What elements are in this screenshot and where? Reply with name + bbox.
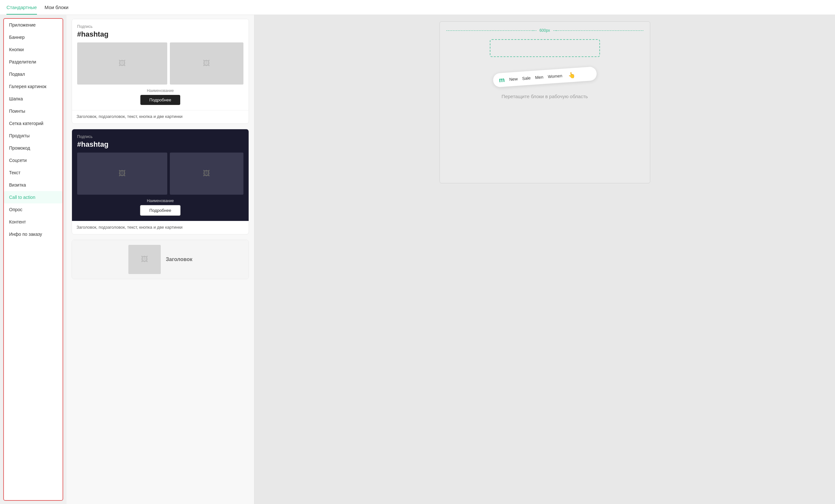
block-desc-1: Заголовок, подзаголовок, текст, кнопка и… <box>72 110 249 123</box>
cursor-icon: 👆 <box>568 71 575 79</box>
sidebar-item-application[interactable]: Приложение <box>4 19 63 31</box>
image-placeholder-icon-1: 🖼 <box>119 59 126 68</box>
block-card-3[interactable]: 🖼 Заголовок <box>72 240 249 279</box>
sidebar-item-categories[interactable]: Сетка категорий <box>4 117 63 130</box>
top-tabs-bar: Стандартные Мои блоки <box>0 0 835 15</box>
image-placeholder-icon-5: 🖼 <box>141 255 148 264</box>
block-preview-2: Подпись #hashtag 🖼 🖼 Наименование <box>72 129 249 221</box>
sidebar-item-gallery[interactable]: Галерея картинок <box>4 80 63 93</box>
drop-zone[interactable] <box>490 39 600 57</box>
sidebar-item-banner[interactable]: Баннер <box>4 31 63 43</box>
sidebar-item-card[interactable]: Визитка <box>4 179 63 191</box>
preview-img-big-1: 🖼 <box>77 42 167 85</box>
preview-subtitle-1: Подпись <box>77 24 243 29</box>
preview-img-small-1: 🖼 <box>170 42 243 85</box>
block-card-1[interactable]: Подпись #hashtag 🖼 🖼 Наименование <box>72 19 249 124</box>
preview-img-small-2: 🖼 <box>170 152 243 195</box>
main-layout: Приложение Баннер Кнопки Разделители Под… <box>0 15 835 504</box>
center-panel: Подпись #hashtag 🖼 🖼 Наименование <box>66 15 254 504</box>
sidebar-item-buttons[interactable]: Кнопки <box>4 43 63 56</box>
preview-name-2: Наименование <box>77 198 243 203</box>
image-placeholder-icon-4: 🖼 <box>203 169 210 178</box>
preview-subtitle-2: Подпись <box>77 134 243 139</box>
tab-my-blocks[interactable]: Мои блоки <box>45 4 69 15</box>
block-preview-dark-2: Подпись #hashtag 🖼 🖼 Наименование <box>72 129 249 221</box>
ruler-line: ← 600px → <box>446 28 644 33</box>
nav-logo: m <box>498 76 505 84</box>
nav-preview: m New Sale Men Women 👆 <box>492 66 597 87</box>
image-placeholder-icon-3: 🖼 <box>119 169 126 178</box>
nav-item-new: New <box>509 77 518 82</box>
preview-img-grey-3: 🖼 <box>128 245 161 274</box>
nav-item-women: Women <box>548 73 563 79</box>
canvas-container: ← 600px → m New Sale Men Women 👆 Перетащ… <box>440 21 650 183</box>
nav-item-men: Men <box>535 75 543 80</box>
sidebar-item-orderinfo[interactable]: Инфо по заказу <box>4 228 63 240</box>
nav-item-sale: Sale <box>522 76 531 81</box>
preview-images-1: 🖼 🖼 <box>77 42 243 85</box>
preview-title-2: #hashtag <box>77 140 243 149</box>
sidebar-item-products[interactable]: Продукты <box>4 130 63 142</box>
sidebar-item-footer[interactable]: Подвал <box>4 68 63 80</box>
block-preview-1: Подпись #hashtag 🖼 🖼 Наименование <box>72 19 249 110</box>
block-preview-3: 🖼 Заголовок <box>72 240 249 279</box>
block-preview-light-1: Подпись #hashtag 🖼 🖼 Наименование <box>72 19 249 110</box>
block-card-2[interactable]: Подпись #hashtag 🖼 🖼 Наименование <box>72 129 249 234</box>
sidebar-item-survey[interactable]: Опрос <box>4 204 63 216</box>
preview-button-2[interactable]: Подробнее <box>140 205 181 216</box>
sidebar-item-promo[interactable]: Промокод <box>4 142 63 154</box>
sidebar-item-content[interactable]: Контент <box>4 216 63 228</box>
block-desc-2: Заголовок, подзаголовок, текст, кнопка и… <box>72 221 249 234</box>
canvas-area: ← 600px → m New Sale Men Women 👆 Перетащ… <box>254 15 835 504</box>
preview-title-1: #hashtag <box>77 30 243 39</box>
sidebar-item-header[interactable]: Шапка <box>4 93 63 105</box>
preview-images-2: 🖼 🖼 <box>77 152 243 195</box>
image-placeholder-icon-2: 🖼 <box>203 59 210 68</box>
preview-img-big-2: 🖼 <box>77 152 167 195</box>
drop-hint: Перетащите блоки в рабочую область <box>446 93 644 99</box>
preview-name-1: Наименование <box>77 88 243 93</box>
tab-standard[interactable]: Стандартные <box>6 4 37 15</box>
sidebar-item-points[interactable]: Поинты <box>4 105 63 117</box>
sidebar-item-text[interactable]: Текст <box>4 167 63 179</box>
sidebar-item-social[interactable]: Соцсети <box>4 154 63 167</box>
ruler-label: 600px <box>537 28 553 33</box>
preview-title-3: Заголовок <box>166 256 192 262</box>
sidebar: Приложение Баннер Кнопки Разделители Под… <box>3 18 63 501</box>
preview-button-1[interactable]: Подробнее <box>140 95 180 105</box>
sidebar-item-dividers[interactable]: Разделители <box>4 56 63 68</box>
sidebar-item-cta[interactable]: Call to action <box>4 191 63 204</box>
